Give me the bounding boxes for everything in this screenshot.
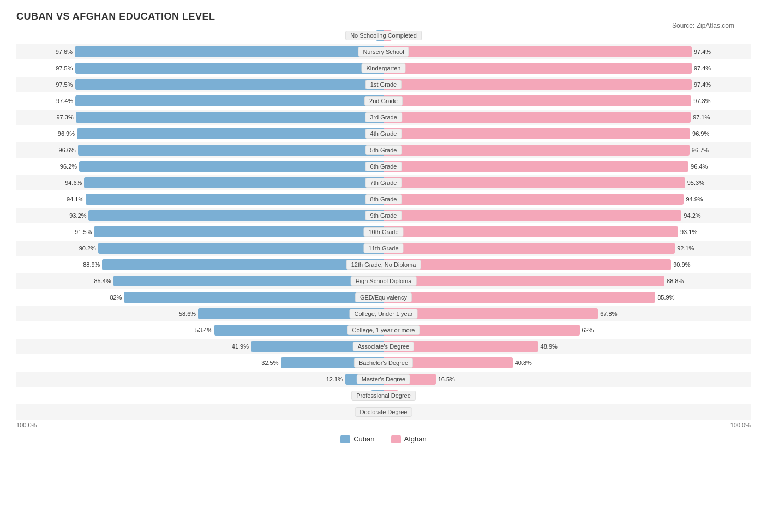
afghan-bar bbox=[384, 128, 690, 139]
bar-row: 88.9% 12th Grade, No Diploma 90.9% bbox=[16, 257, 751, 272]
cuban-value: 82% bbox=[110, 294, 122, 301]
cuban-bar bbox=[78, 145, 384, 156]
bar-row: 93.2% 9th Grade 94.2% bbox=[16, 208, 751, 223]
bar-row: 4% Professional Degree 4.7% bbox=[16, 388, 751, 403]
category-label: Master's Degree bbox=[357, 374, 410, 384]
afghan-bar bbox=[384, 63, 692, 74]
cuban-value: 97.4% bbox=[56, 98, 73, 104]
bar-row: 96.2% 6th Grade 96.4% bbox=[16, 159, 751, 174]
bar-row: 58.6% College, Under 1 year 67.8% bbox=[16, 306, 751, 321]
afghan-value: 96.9% bbox=[692, 130, 709, 137]
category-label: 10th Grade bbox=[363, 227, 403, 237]
legend-cuban-box bbox=[340, 435, 350, 443]
cuban-value: 94.1% bbox=[67, 196, 83, 202]
afghan-value: 95.3% bbox=[687, 180, 704, 186]
cuban-bar bbox=[76, 112, 384, 123]
legend-afghan: Afghan bbox=[391, 435, 427, 443]
category-label: Associate's Degree bbox=[353, 342, 414, 351]
bar-row: 97.5% Kindergarten 97.4% bbox=[16, 61, 751, 76]
cuban-bar bbox=[79, 161, 384, 172]
cuban-bar bbox=[88, 210, 384, 221]
category-label: College, Under 1 year bbox=[349, 309, 417, 319]
cuban-value: 96.6% bbox=[59, 147, 76, 153]
bar-row: 2.5% No Schooling Completed 2.6% bbox=[16, 28, 751, 43]
category-label: 4th Grade bbox=[365, 129, 402, 139]
afghan-bar bbox=[384, 210, 681, 221]
afghan-value: 48.9% bbox=[541, 343, 558, 350]
cuban-value: 94.6% bbox=[65, 180, 82, 186]
afghan-value: 97.4% bbox=[694, 81, 711, 88]
bar-row: 1.4% Doctorate Degree 2% bbox=[16, 404, 751, 420]
category-label: Professional Degree bbox=[351, 391, 416, 401]
category-label: 2nd Grade bbox=[364, 96, 403, 106]
chart-title: CUBAN VS AFGHAN EDUCATION LEVEL bbox=[16, 11, 751, 22]
category-label: 11th Grade bbox=[363, 243, 403, 253]
legend-cuban-label: Cuban bbox=[353, 435, 374, 443]
cuban-value: 41.9% bbox=[232, 343, 249, 350]
category-label: High School Diploma bbox=[351, 276, 417, 286]
cuban-value: 97.5% bbox=[56, 81, 73, 88]
axis-right: 100.0% bbox=[730, 422, 751, 428]
bar-row: 97.5% 1st Grade 97.4% bbox=[16, 77, 751, 92]
cuban-bar bbox=[124, 292, 384, 303]
afghan-bar bbox=[384, 161, 688, 172]
afghan-bar bbox=[384, 292, 655, 303]
afghan-bar bbox=[384, 226, 678, 237]
afghan-value: 40.8% bbox=[515, 360, 532, 366]
category-label: No Schooling Completed bbox=[345, 31, 422, 40]
legend-afghan-box bbox=[391, 435, 401, 443]
category-label: Kindergarten bbox=[362, 63, 406, 73]
category-label: 5th Grade bbox=[365, 145, 402, 155]
cuban-bar bbox=[113, 276, 384, 286]
chart-container: 2.5% No Schooling Completed 2.6% 97.6% N… bbox=[16, 28, 751, 443]
category-label: 8th Grade bbox=[365, 194, 402, 204]
afghan-bar bbox=[384, 177, 685, 188]
category-label: 6th Grade bbox=[365, 162, 402, 171]
cuban-value: 88.9% bbox=[83, 261, 100, 268]
afghan-bar bbox=[384, 112, 691, 123]
bar-row: 90.2% 11th Grade 92.1% bbox=[16, 241, 751, 256]
cuban-value: 93.2% bbox=[69, 212, 86, 219]
bar-row: 97.6% Nursery School 97.4% bbox=[16, 44, 751, 59]
cuban-value: 97.6% bbox=[56, 49, 73, 55]
afghan-value: 93.1% bbox=[680, 229, 697, 235]
category-label: GED/Equivalency bbox=[355, 292, 412, 302]
legend-cuban: Cuban bbox=[340, 435, 374, 443]
bar-row: 94.6% 7th Grade 95.3% bbox=[16, 175, 751, 190]
cuban-value: 97.3% bbox=[56, 114, 73, 121]
bar-row: 97.4% 2nd Grade 97.3% bbox=[16, 93, 751, 109]
bar-row: 41.9% Associate's Degree 48.9% bbox=[16, 339, 751, 354]
afghan-bar bbox=[384, 46, 692, 57]
bar-row: 82% GED/Equivalency 85.9% bbox=[16, 290, 751, 305]
bar-row: 96.9% 4th Grade 96.9% bbox=[16, 126, 751, 141]
afghan-value: 96.4% bbox=[691, 163, 708, 170]
afghan-bar bbox=[384, 145, 690, 156]
afghan-bar bbox=[384, 95, 691, 106]
afghan-value: 62% bbox=[582, 327, 594, 333]
cuban-bar bbox=[94, 226, 384, 237]
bar-row: 85.4% High School Diploma 88.8% bbox=[16, 273, 751, 289]
bar-row: 97.3% 3rd Grade 97.1% bbox=[16, 110, 751, 125]
cuban-value: 97.5% bbox=[56, 65, 73, 71]
bar-row: 96.6% 5th Grade 96.7% bbox=[16, 142, 751, 158]
category-label: 3rd Grade bbox=[365, 112, 402, 122]
afghan-value: 94.9% bbox=[686, 196, 703, 202]
afghan-value: 96.7% bbox=[692, 147, 709, 153]
legend: Cuban Afghan bbox=[16, 435, 751, 443]
cuban-value: 32.5% bbox=[261, 360, 278, 366]
afghan-bar bbox=[384, 79, 692, 90]
afghan-value: 97.1% bbox=[693, 114, 710, 121]
afghan-value: 90.9% bbox=[673, 261, 690, 268]
cuban-bar bbox=[84, 177, 384, 188]
afghan-value: 16.5% bbox=[438, 376, 455, 382]
category-label: Doctorate Degree bbox=[355, 407, 412, 417]
afghan-bar bbox=[384, 243, 675, 254]
cuban-bar bbox=[75, 95, 384, 106]
afghan-bar bbox=[384, 194, 684, 205]
bar-row: 91.5% 10th Grade 93.1% bbox=[16, 224, 751, 240]
afghan-value: 88.8% bbox=[667, 278, 684, 284]
cuban-value: 58.6% bbox=[179, 310, 196, 317]
category-label: College, 1 year or more bbox=[347, 325, 420, 335]
category-label: Nursery School bbox=[358, 47, 409, 57]
cuban-value: 91.5% bbox=[75, 229, 92, 235]
